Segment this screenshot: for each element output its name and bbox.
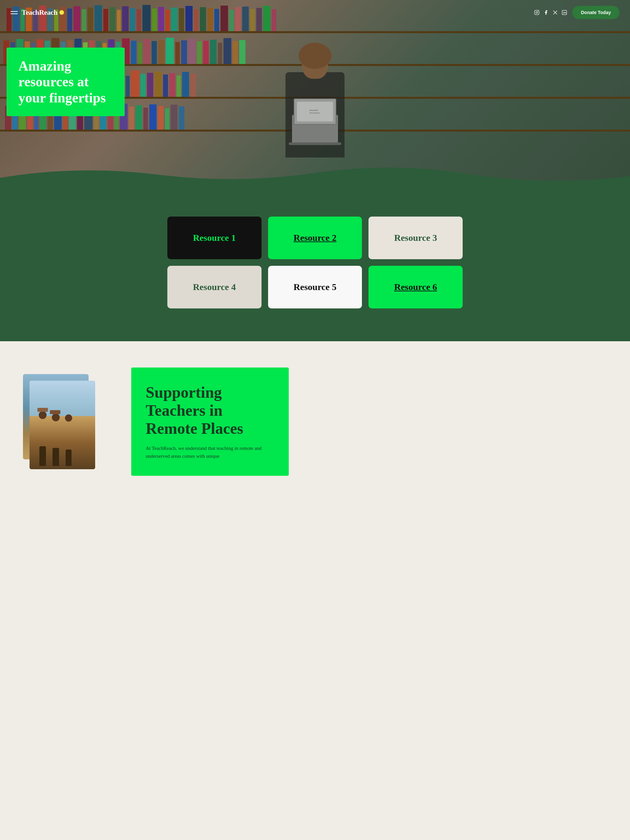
hero-heading: Amazing resources at your fingertips [18,58,113,106]
facebook-icon[interactable] [543,10,549,16]
resource-card-5[interactable]: Resource 5 [268,266,362,308]
hamburger-menu[interactable] [11,11,18,14]
instagram-icon[interactable] [534,10,540,16]
resources-section: Resource 1 Resource 2 Resource 3 Resourc… [0,190,630,341]
logo-text: TeachReach [22,8,57,17]
supporting-images [20,368,112,472]
supporting-body: At TeachReach, we understand that teachi… [146,444,274,460]
svg-rect-0 [535,11,539,15]
svg-point-2 [538,11,538,12]
twitter-x-icon[interactable] [553,10,558,16]
resource-card-4[interactable]: Resource 4 [167,266,262,308]
supporting-heading: Supporting Teachers in Remote Places [146,383,274,438]
resource-2-label: Resource 2 [294,233,337,243]
social-icons [534,10,567,16]
resource-4-label: Resource 4 [193,282,236,292]
supporting-section: Supporting Teachers in Remote Places At … [0,341,630,502]
linkedin-icon[interactable] [562,10,567,16]
logo-dot [59,10,64,15]
resource-card-2[interactable]: Resource 2 [268,216,362,259]
hero-headline: Amazing resources at your fingertips [6,47,125,116]
resource-6-label: Resource 6 [394,282,437,292]
resource-card-3[interactable]: Resource 3 [368,216,463,259]
resource-card-6[interactable]: Resource 6 [368,266,463,308]
nav-left: TeachReach [11,8,64,17]
resource-3-label: Resource 3 [394,233,437,243]
navbar: TeachReach Donate Today [0,0,630,25]
nav-right: Donate Today [534,6,619,19]
resources-grid: Resource 1 Resource 2 Resource 3 Resourc… [167,216,463,308]
donate-button[interactable]: Donate Today [572,6,619,19]
resource-card-1[interactable]: Resource 1 [167,216,262,259]
hero-wave [0,165,630,190]
site-logo[interactable]: TeachReach [22,8,64,17]
svg-point-1 [536,12,538,13]
resource-5-label: Resource 5 [294,282,337,292]
hero-section: Beautifulfree photos. Amazing resources … [0,0,630,190]
supporting-content: Supporting Teachers in Remote Places At … [131,368,289,476]
resource-1-label: Resource 1 [193,233,236,243]
